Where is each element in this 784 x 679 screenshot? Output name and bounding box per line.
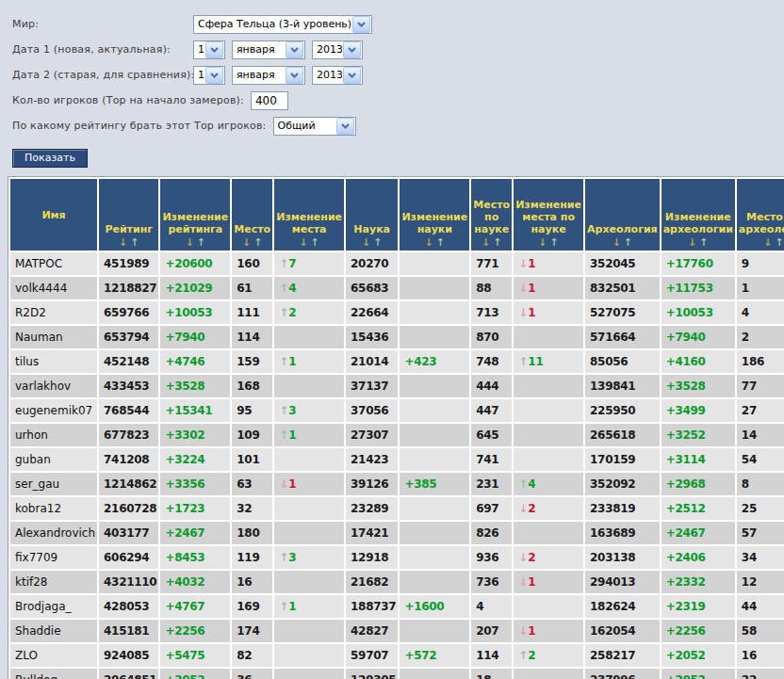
up-arrow-icon: ↑ xyxy=(518,649,528,662)
sort-asc-icon[interactable]: ↑ xyxy=(775,236,783,249)
table-row: eugenemik07768544+1534195↑33705644722595… xyxy=(10,399,784,422)
cell-value: 61 xyxy=(237,282,252,295)
table-row: Bulldog2064851+20523612930518237996+2052… xyxy=(10,669,784,679)
value-cell xyxy=(274,448,344,471)
cell-value: +423 xyxy=(404,355,436,368)
value-cell: 77 xyxy=(737,375,784,397)
value-cell: 186 xyxy=(737,350,784,373)
cell-value: 1218827 xyxy=(104,282,156,295)
up-arrow-icon: ↑ xyxy=(279,428,288,442)
value-cell: 25 xyxy=(737,497,784,520)
players-count-input[interactable] xyxy=(251,91,288,110)
value-cell xyxy=(400,669,469,679)
value-cell: 22664 xyxy=(346,301,398,324)
cell-value: 182624 xyxy=(590,600,635,613)
player-name-cell: tilus xyxy=(10,350,97,373)
player-name: tilus xyxy=(15,355,39,368)
up-arrow-icon: ↑ xyxy=(279,355,288,368)
chevron-down-icon[interactable] xyxy=(205,41,223,58)
value-cell: 17421 xyxy=(346,522,398,544)
sort-desc-icon[interactable]: ↓ xyxy=(688,236,696,249)
cell-value: +8453 xyxy=(165,551,204,564)
date1-month-select[interactable]: января xyxy=(232,40,305,59)
sort-asc-icon[interactable]: ↑ xyxy=(373,236,382,249)
sort-desc-icon[interactable]: ↓ xyxy=(612,236,621,249)
rating-source-select[interactable]: Общий xyxy=(273,117,356,136)
date2-month-select[interactable]: января xyxy=(232,66,305,85)
chevron-down-icon[interactable] xyxy=(343,41,361,58)
cell-value: 1 xyxy=(742,282,749,295)
cell-value: 25 xyxy=(742,502,757,515)
cell-value: 9 xyxy=(742,257,749,270)
value-cell xyxy=(274,644,344,667)
sort-desc-icon[interactable]: ↓ xyxy=(425,236,433,249)
world-select[interactable]: Сфера Тельца (3-й уровень) xyxy=(193,15,372,34)
show-button[interactable]: Показать xyxy=(12,149,88,168)
chevron-down-icon[interactable] xyxy=(205,67,223,84)
value-cell: 832501 xyxy=(585,277,660,299)
chevron-down-icon[interactable] xyxy=(336,118,354,135)
sort-desc-icon[interactable]: ↓ xyxy=(186,236,194,249)
value-cell: 677823 xyxy=(99,424,158,446)
cell-value: +2467 xyxy=(666,526,706,540)
date1-day-select[interactable]: 14 xyxy=(193,40,225,59)
down-arrow-icon: ↓ xyxy=(518,257,528,270)
sort-asc-icon[interactable]: ↑ xyxy=(197,236,205,249)
date2-day-select[interactable]: 1 xyxy=(193,66,225,85)
sort-desc-icon[interactable]: ↓ xyxy=(763,236,772,249)
value-cell: 741 xyxy=(471,448,512,471)
cell-value: 4 xyxy=(476,600,483,613)
date2-row: Дата 2 (старая, для сравнения): 1 января… xyxy=(12,65,784,85)
column-header: Место по археологии↓↑ xyxy=(737,179,784,251)
sort-desc-icon[interactable]: ↓ xyxy=(362,236,370,249)
value-cell: 451989 xyxy=(99,252,158,275)
value-cell: 826 xyxy=(471,522,512,544)
sort-asc-icon[interactable]: ↑ xyxy=(550,236,559,249)
chevron-down-icon[interactable] xyxy=(352,16,370,33)
sort-desc-icon[interactable]: ↓ xyxy=(242,236,251,249)
sort-asc-icon[interactable]: ↑ xyxy=(624,236,632,249)
cell-value: 37056 xyxy=(351,404,388,417)
cell-value: 936 xyxy=(476,551,498,564)
up-arrow-icon: ↑ xyxy=(279,404,288,417)
cell-value: 697 xyxy=(476,502,498,515)
sort-asc-icon[interactable]: ↑ xyxy=(493,236,501,249)
cell-value: +2256 xyxy=(165,624,204,638)
value-cell xyxy=(274,375,344,397)
cell-value: 21014 xyxy=(351,355,388,368)
cell-value: 237996 xyxy=(590,673,635,679)
sort-asc-icon[interactable]: ↑ xyxy=(253,236,262,249)
value-cell xyxy=(400,522,469,544)
sort-asc-icon[interactable]: ↑ xyxy=(436,236,445,249)
value-cell xyxy=(400,424,469,446)
sort-asc-icon[interactable]: ↑ xyxy=(130,236,139,249)
value-cell: +3499 xyxy=(662,399,735,422)
date1-year-select[interactable]: 2013 xyxy=(312,40,363,59)
cell-value: +7940 xyxy=(666,331,706,344)
cell-value: +1600 xyxy=(404,600,444,613)
column-header: Рейтинг↓↑ xyxy=(99,179,158,251)
sort-desc-icon[interactable]: ↓ xyxy=(299,236,307,249)
chevron-down-icon[interactable] xyxy=(343,67,361,84)
change-value: 4 xyxy=(528,477,535,491)
chevron-down-icon[interactable] xyxy=(286,41,303,58)
sort-asc-icon[interactable]: ↑ xyxy=(699,236,708,249)
sort-asc-icon[interactable]: ↑ xyxy=(311,236,319,249)
cell-value: 207 xyxy=(476,624,498,638)
sort-desc-icon[interactable]: ↓ xyxy=(538,236,547,249)
value-cell: ↓1 xyxy=(514,571,583,593)
sort-desc-icon[interactable]: ↓ xyxy=(119,236,127,249)
date2-year-select[interactable]: 2013 xyxy=(312,66,363,85)
up-arrow-icon: ↑ xyxy=(279,551,288,564)
player-name-cell: ZLO xyxy=(10,644,97,667)
sort-desc-icon[interactable]: ↓ xyxy=(482,236,490,249)
value-cell: 63 xyxy=(232,473,272,495)
chevron-down-icon[interactable] xyxy=(286,67,303,84)
cell-value: 225950 xyxy=(590,404,635,417)
column-header: Изменение науки↓↑ xyxy=(400,179,469,251)
cell-value: 63 xyxy=(237,477,252,491)
player-name: Bulldog xyxy=(15,673,57,679)
change-value: 1 xyxy=(528,306,535,319)
cell-value: +3499 xyxy=(666,404,706,417)
cell-value: +7940 xyxy=(165,331,204,344)
